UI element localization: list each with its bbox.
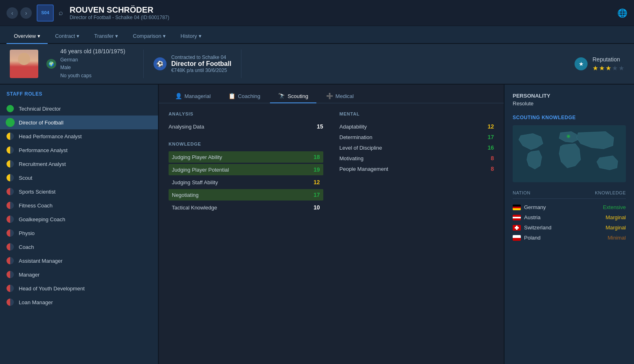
role-scout[interactable]: Scout [0,171,158,185]
club-section: ⚽ Contracted to Schalke 04 Director of F… [154,54,232,73]
tab-comparison[interactable]: Comparison ▾ [125,29,173,44]
mental-name-4: People Management [340,166,388,172]
role-perf-analyst[interactable]: Performance Analyst [0,143,158,157]
role-head-youth[interactable]: Head of Youth Development [0,281,158,295]
flag-switzerland [513,225,521,231]
analysis-name-0: Analysing Data [169,124,204,130]
analysis-title: ANALYSIS [169,111,323,116]
mental-name-0: Adaptability [340,124,367,130]
current-role: Director of Football [171,60,232,68]
nationality-icon: 🌍 [46,59,56,69]
role-icon-pa [7,146,14,154]
role-label-dof: Director of Football [19,120,64,126]
subtab-scouting[interactable]: 🔭 Scouting [270,89,316,103]
subtab-coaching[interactable]: 📋 Coaching [220,89,268,103]
mental-value-3: 8 [482,155,494,161]
flag-austria [513,215,521,220]
star-5: ★ [619,64,624,72]
role-loan-manager[interactable]: Loan Manager [0,295,158,309]
role-physio[interactable]: Physio [0,226,158,240]
club-logo[interactable]: S04 [37,4,54,22]
role-label-am: Assistant Manager [19,258,63,264]
center-panel: 👤 Managerial 📋 Coaching 🔭 Scouting ➕ Med… [159,85,504,364]
role-fitness-coach[interactable]: Fitness Coach [0,198,158,212]
back-button[interactable]: ‹ [7,7,18,19]
reputation-stars: ★ ★ ★ ★ ★ [592,64,624,72]
star-3: ★ [605,64,611,72]
nk-header: NATION KNOWLEDGE [513,189,626,199]
role-coach[interactable]: Coach [0,240,158,254]
age-text: 46 years old (18/10/1975) [60,48,125,54]
role-icon-physio [7,229,14,237]
role-technical-director[interactable]: Technical Director [0,102,158,116]
tab-history[interactable]: History ▾ [173,29,208,44]
reputation-section: ★ Reputation ★ ★ ★ ★ ★ [575,56,624,72]
mental-row-2: Level of Discipline 16 [340,142,494,153]
role-sports-scientist[interactable]: Sports Scientist [0,185,158,198]
top-bar: ‹ › S04 ⌕ ROUVEN SCHRÖDER Director of Fo… [0,0,634,26]
knowledge-value-2: 12 [308,179,320,185]
role-label-ss: Sports Scientist [19,189,55,195]
nk-nation-poland: Poland [524,235,604,241]
coaching-icon: 📋 [228,93,235,99]
role-icon-hpa [7,133,14,140]
nk-knowledge-col: KNOWLEDGE [595,190,626,195]
mental-row-4: People Management 8 [340,163,494,174]
role-label-manager: Manager [19,272,39,278]
mental-row-0: Adaptability 12 [340,121,494,132]
world-icon: 🌐 [617,8,627,18]
nk-knowledge-poland: Minimal [608,235,626,241]
tab-overview[interactable]: Overview ▾ [7,29,48,44]
nk-knowledge-austria: Marginal [605,214,626,220]
nk-row-austria: Austria Marginal [513,212,626,222]
role-goalkeeping-coach[interactable]: Goalkeeping Coach [0,212,158,226]
role-manager[interactable]: Manager [0,268,158,281]
tab-contract[interactable]: Contract ▾ [48,29,87,44]
role-icon-td [7,105,14,112]
role-assistant-manager[interactable]: Assistant Manager [0,254,158,268]
mental-row-1: Determination 17 [340,132,494,142]
reputation-icon: ★ [575,57,588,70]
tab-transfer[interactable]: Transfer ▾ [87,29,125,44]
knowledge-title: KNOWLEDGE [169,142,323,146]
role-head-perf-analyst[interactable]: Head Performance Analyst [0,129,158,143]
role-icon-am [7,257,14,264]
knowledge-name-3: Negotiating [172,192,199,198]
nk-nation-col: NATION [513,190,531,195]
subtab-medical[interactable]: ➕ Medical [318,89,362,103]
medical-icon: ➕ [326,93,333,99]
role-label-gc: Goalkeeping Coach [19,216,65,222]
role-director-of-football[interactable]: Director of Football [0,116,158,129]
role-label-lm: Loan Manager [19,299,53,305]
role-icon-scout [7,174,14,181]
person-subtitle: Director of Football - Schalke 04 (ID:60… [70,15,169,20]
left-attrs-col: ANALYSIS Analysing Data 15 KNOWLEDGE Jud… [169,111,323,214]
scouting-icon: 🔭 [278,93,285,99]
role-icon-gc [7,216,14,223]
mental-name-3: Motivating [340,155,364,161]
right-attrs-col: MENTAL Adaptability 12 Determination 17 … [340,111,494,214]
nation-knowledge-table: NATION KNOWLEDGE Germany Extensive Austr… [513,189,626,243]
mental-name-1: Determination [340,134,373,140]
knowledge-value-4: 10 [308,204,320,211]
subtab-managerial[interactable]: 👤 Managerial [167,89,219,103]
role-recruitment-analyst[interactable]: Recruitment Analyst [0,157,158,171]
nk-knowledge-germany: Extensive [603,204,626,210]
knowledge-row-0: Judging Player Ability 18 [169,151,323,163]
knowledge-value-0: 18 [308,154,320,160]
forward-button[interactable]: › [20,7,32,19]
role-label-coach: Coach [19,244,34,250]
mental-name-2: Level of Discipline [340,145,382,151]
analysis-row-0: Analysing Data 15 [169,121,323,132]
role-icon-manager [7,271,14,278]
knowledge-row-3: Negotiating 17 [169,189,323,201]
club-icon: ⚽ [154,57,167,70]
person-info: ROUVEN SCHRÖDER Director of Football - S… [70,5,169,20]
club-details: Contracted to Schalke 04 Director of Foo… [171,54,232,73]
star-4: ★ [612,64,618,72]
role-label-fc: Fitness Coach [19,203,53,209]
role-label-hy: Head of Youth Development [19,286,85,292]
search-button[interactable]: ⌕ [59,9,63,17]
mental-row-3: Motivating 8 [340,153,494,163]
analysis-section: ANALYSIS Analysing Data 15 [169,111,323,132]
